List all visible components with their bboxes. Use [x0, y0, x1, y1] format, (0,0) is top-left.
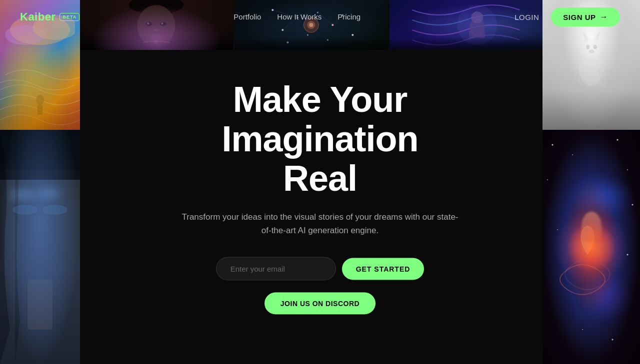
- svg-rect-1: [38, 105, 42, 115]
- email-input[interactable]: [216, 257, 336, 281]
- svg-point-13: [593, 45, 596, 49]
- svg-point-16: [572, 154, 573, 155]
- discord-button[interactable]: JOIN US ON DISCORD: [264, 293, 376, 315]
- svg-point-33: [154, 40, 158, 44]
- svg-point-21: [557, 229, 558, 230]
- nav-link-pricing[interactable]: Pricing: [338, 12, 360, 21]
- nav-link-how-it-works[interactable]: How It Works: [277, 12, 322, 21]
- svg-point-7: [42, 205, 68, 215]
- navbar: Kaiber BETA Portfolio How It Works Prici…: [0, 0, 640, 34]
- signup-button[interactable]: SIGN UP →: [551, 7, 620, 26]
- svg-point-41: [307, 34, 308, 36]
- svg-point-9: [582, 38, 601, 58]
- svg-point-12: [586, 45, 590, 49]
- svg-rect-5: [28, 280, 52, 330]
- svg-point-6: [12, 205, 38, 215]
- hero-form: GET STARTED: [160, 257, 480, 281]
- nav-link-portfolio[interactable]: Portfolio: [234, 12, 261, 21]
- side-images-right: [542, 0, 640, 364]
- nav-item-portfolio[interactable]: Portfolio: [234, 12, 261, 21]
- svg-rect-26: [150, 35, 162, 50]
- svg-point-15: [552, 144, 554, 146]
- svg-point-40: [352, 34, 354, 36]
- right-image-bottom: [542, 130, 640, 364]
- svg-point-22: [627, 254, 628, 256]
- nav-item-pricing[interactable]: Pricing: [338, 12, 360, 21]
- svg-point-18: [627, 169, 628, 170]
- svg-point-20: [632, 204, 634, 206]
- brand-badge: BETA: [60, 13, 80, 21]
- svg-point-23: [582, 329, 583, 330]
- svg-point-14: [588, 49, 594, 53]
- svg-point-19: [547, 179, 548, 180]
- hero-section: Make Your Imagination Real Transform you…: [160, 79, 480, 315]
- svg-point-17: [617, 139, 618, 141]
- discord-section: JOIN US ON DISCORD: [160, 293, 480, 315]
- hero-title: Make Your Imagination Real: [160, 79, 480, 198]
- svg-point-0: [36, 95, 44, 105]
- left-image-bottom: [0, 130, 80, 364]
- login-button[interactable]: LOGIN: [514, 13, 539, 21]
- svg-point-8: [579, 50, 604, 86]
- side-images-left: [0, 0, 80, 364]
- brand-name: Kaiber: [20, 10, 56, 23]
- signup-arrow-icon: →: [600, 12, 608, 21]
- svg-point-24: [612, 339, 614, 341]
- brand-logo[interactable]: Kaiber BETA: [20, 10, 80, 23]
- nav-links: Portfolio How It Works Pricing: [234, 12, 360, 21]
- nav-item-how-it-works[interactable]: How It Works: [277, 12, 322, 21]
- nav-actions: LOGIN SIGN UP →: [514, 7, 620, 26]
- get-started-button[interactable]: GET STARTED: [342, 258, 424, 280]
- hero-subtitle: Transform your ideas into the visual sto…: [180, 210, 460, 237]
